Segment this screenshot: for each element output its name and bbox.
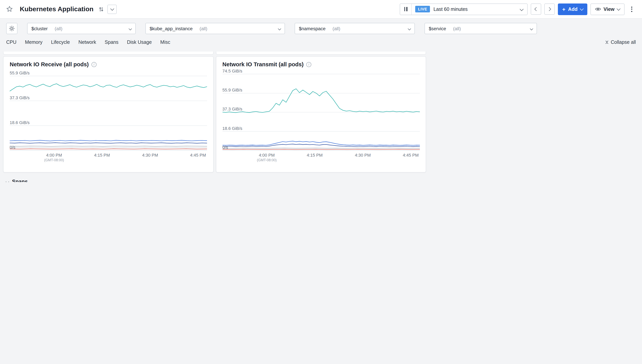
filter-service[interactable]: $service (all)	[424, 23, 537, 34]
more-options-icon[interactable]	[628, 4, 636, 14]
header-bar: Kubernetes Application LIVE Last 60 minu…	[0, 0, 642, 18]
filter-label: $cluster	[32, 26, 48, 31]
filter-namespace[interactable]: $namespace (all)	[295, 23, 415, 34]
template-variables-bar: $cluster (all) $kube_app_instance (all) …	[0, 18, 642, 37]
swap-version-icon[interactable]	[99, 6, 104, 12]
chevron-down-icon	[616, 7, 620, 11]
chart-card-network-io-transmit: Network IO Transmit (all pods)i 74.5 GiB…	[216, 56, 426, 172]
chevron-down-icon	[580, 7, 584, 11]
page-title: Kubernetes Application	[20, 5, 94, 13]
nav-link-misc[interactable]: Misc	[160, 40, 170, 45]
filter-value: (all)	[55, 26, 62, 31]
filter-value: (all)	[200, 26, 208, 31]
info-icon[interactable]: i	[92, 62, 96, 67]
nav-link-disk-usage[interactable]: Disk Usage	[127, 40, 152, 45]
collapse-all-icon	[606, 40, 608, 44]
favorite-star-icon[interactable]	[6, 6, 13, 12]
time-back-button[interactable]	[531, 4, 541, 15]
chart-plot[interactable]: 74.5 GiB/s55.9 GiB/s37.3 GiB/s18.6 GiB/s…	[222, 70, 420, 150]
chevron-down-icon	[278, 27, 281, 30]
filter-value: (all)	[453, 26, 461, 31]
nav-link-cpu[interactable]: CPU	[6, 40, 16, 45]
filter-kube-app-instance[interactable]: $kube_app_instance (all)	[146, 23, 285, 34]
chart-card-network-io-receive: Network IO Receive (all pods)i 55.9 GiB/…	[3, 56, 214, 172]
x-axis-labels: 4:00 PM(GMT-08:00)4:15 PM4:30 PM4:45 PM	[222, 152, 420, 165]
time-range-control[interactable]: LIVE Last 60 minutes	[400, 3, 528, 15]
live-badge: LIVE	[415, 6, 430, 12]
chevron-down-icon	[129, 27, 132, 30]
time-forward-button[interactable]	[544, 4, 555, 15]
filter-cluster[interactable]: $cluster (all)	[27, 23, 136, 34]
view-button[interactable]: View	[590, 3, 624, 15]
filter-value: (all)	[332, 26, 340, 31]
header-actions: LIVE Last 60 minutes + Add View	[400, 3, 636, 15]
filter-label: $namespace	[299, 26, 326, 31]
scrolled-card-edges	[3, 52, 639, 55]
nav-link-lifecycle[interactable]: Lifecycle	[51, 40, 70, 45]
section-title: Spans	[12, 179, 28, 182]
card-edge	[3, 52, 214, 55]
x-axis-labels: 4:00 PM(GMT-08:00)4:15 PM4:30 PM4:45 PM	[10, 152, 207, 165]
nav-link-network[interactable]: Network	[78, 40, 96, 45]
title-menu-button[interactable]	[108, 4, 117, 14]
nav-link-spans[interactable]: Spans	[105, 40, 118, 45]
collapse-all-button[interactable]: Collapse all	[606, 40, 636, 45]
dashboard-app: Kubernetes Application LIVE Last 60 minu…	[0, 0, 642, 182]
network-row: Network IO Receive (all pods)i 55.9 GiB/…	[3, 56, 639, 172]
filter-label: $kube_app_instance	[150, 26, 193, 31]
add-button[interactable]: + Add	[558, 3, 587, 15]
time-range-value: Last 60 minutes	[434, 6, 468, 12]
nav-link-memory[interactable]: Memory	[25, 40, 42, 45]
chart-title: Network IO Receive (all pods)	[10, 61, 89, 68]
pause-button[interactable]	[400, 4, 412, 14]
chart-title: Network IO Transmit (all pods)	[222, 61, 304, 68]
card-edge	[216, 52, 426, 55]
eye-icon	[595, 7, 601, 11]
filter-label: $service	[429, 26, 446, 31]
chevron-down-icon	[6, 180, 9, 182]
section-header-spans[interactable]: Spans	[6, 179, 636, 182]
gear-icon	[9, 26, 15, 32]
dashboard-content: Network IO Receive (all pods)i 55.9 GiB/…	[0, 49, 642, 182]
settings-gear-button[interactable]	[6, 23, 18, 34]
chart-plot[interactable]: 55.9 GiB/s37.3 GiB/s18.6 GiB/s0/s	[10, 70, 207, 150]
chevron-down-icon	[520, 7, 524, 11]
section-nav: CPU Memory Lifecycle Network Spans Disk …	[0, 37, 642, 49]
plus-icon: +	[562, 6, 565, 12]
info-icon[interactable]: i	[306, 62, 311, 67]
chevron-down-icon	[530, 27, 533, 30]
chevron-down-icon	[408, 27, 411, 30]
